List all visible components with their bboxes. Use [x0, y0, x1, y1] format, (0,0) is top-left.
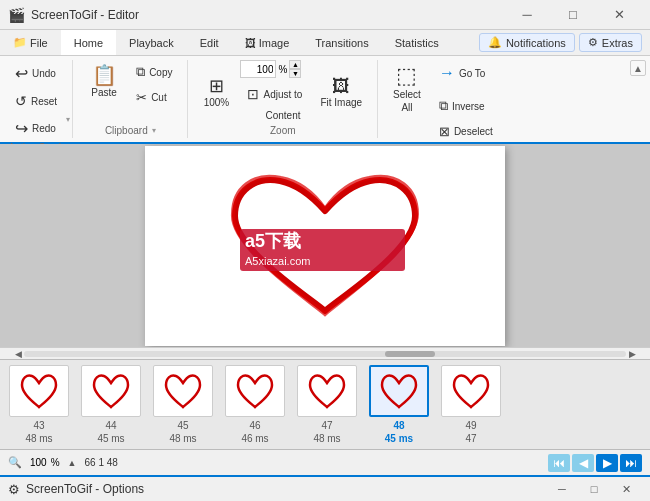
horizontal-scrollbar[interactable]: ◀ ▶: [0, 347, 650, 359]
nav-next-button[interactable]: ▶: [596, 454, 618, 472]
zoom-100-button[interactable]: ⊞ 100%: [196, 72, 236, 113]
frame-46-label: 4646 ms: [241, 419, 268, 445]
adjust-content-button[interactable]: ⊡ Adjust to: [240, 82, 309, 106]
ribbon-group-action-stack: ↩ Undo ↺ Reset ↪ Redo Action Stack ▾: [0, 60, 73, 138]
nav-last-button[interactable]: ⏭: [620, 454, 642, 472]
menu-playback[interactable]: Playback: [116, 30, 187, 55]
options-minimize-button[interactable]: ─: [546, 478, 578, 500]
frame-44[interactable]: 4445 ms: [76, 365, 146, 445]
reset-button[interactable]: ↺ Reset: [8, 89, 64, 113]
filmstrip: 4348 ms 4445 ms 4548 ms 4646 ms: [0, 359, 650, 449]
frame-44-thumb: [81, 365, 141, 417]
search-icon: 🔍: [8, 456, 22, 469]
notifications-icon: 🔔: [488, 36, 502, 49]
ribbon-items-action: ↩ Undo ↺ Reset ↪ Redo: [8, 60, 64, 142]
select-all-button[interactable]: ⬚ Select All: [386, 60, 428, 118]
paste-icon: 📋: [92, 65, 117, 85]
copy-button[interactable]: ⧉ Copy: [129, 60, 179, 84]
paste-button[interactable]: 📋 Paste: [81, 60, 127, 103]
menu-transitions[interactable]: Transitions: [302, 30, 381, 55]
menu-file[interactable]: 📁 File: [0, 30, 61, 55]
zoom-down-btn[interactable]: ▼: [289, 69, 301, 78]
undo-redo-col: ↩ Undo ↺ Reset ↪ Redo: [8, 60, 64, 142]
menu-edit[interactable]: Edit: [187, 30, 232, 55]
scrollbar-thumb[interactable]: [385, 351, 435, 357]
status-bar: 🔍 100 % ▲ 66 1 48 ⏮ ◀ ▶ ⏭: [0, 449, 650, 475]
frame-48-label: 4845 ms: [385, 419, 413, 445]
bottom-title-bar: ⚙ ScreenToGif - Options ─ □ ✕: [0, 475, 650, 501]
frame-43[interactable]: 4348 ms: [4, 365, 74, 445]
options-icon: ⚙: [8, 482, 20, 497]
frame-48[interactable]: 4845 ms: [364, 365, 434, 445]
status-zoom: 100 %: [30, 457, 60, 468]
zoom-100-icon: ⊞: [209, 77, 224, 95]
menu-right: 🔔 Notifications ⚙ Extras: [479, 30, 650, 55]
image-icon: 🖼: [245, 37, 256, 49]
frame-47[interactable]: 4748 ms: [292, 365, 362, 445]
frame-49[interactable]: 4947: [436, 365, 506, 445]
deselect-button[interactable]: ⊠ Deselect: [432, 120, 500, 143]
canvas-area: a5下载 A5xiazai.com: [0, 144, 650, 347]
menu-home[interactable]: Home: [61, 30, 116, 55]
svg-text:A5xiazai.com: A5xiazai.com: [245, 255, 310, 267]
copy-cut-col: ⧉ Copy ✂ Cut: [129, 60, 179, 109]
frame-45-thumb: [153, 365, 213, 417]
frame-44-label: 4445 ms: [97, 419, 124, 445]
menu-statistics[interactable]: Statistics: [382, 30, 452, 55]
main-content: a5下载 A5xiazai.com ◀ ▶ 4348 ms 4445 ms: [0, 144, 650, 475]
minimize-button[interactable]: ─: [504, 0, 550, 30]
title-bar-text: ScreenToGif - Editor: [31, 8, 504, 22]
clipboard-label: Clipboard ▾: [105, 125, 156, 138]
cut-button[interactable]: ✂ Cut: [129, 86, 179, 109]
notifications-button[interactable]: 🔔 Notifications: [479, 33, 575, 52]
zoom-input[interactable]: [240, 60, 276, 78]
frame-46[interactable]: 4646 ms: [220, 365, 290, 445]
frame-46-thumb: [225, 365, 285, 417]
go-to-col: → Go To ⧉ Inverse ⊠ Deselect: [432, 60, 500, 143]
undo-button[interactable]: ↩ Undo: [8, 60, 64, 87]
zoom-spinner[interactable]: ▲ ▼: [289, 60, 301, 78]
nav-prev-button[interactable]: ◀: [572, 454, 594, 472]
menu-bar: 📁 File Home Playback Edit 🖼 Image Transi…: [0, 30, 650, 56]
adjust-content-label[interactable]: Content: [258, 106, 309, 125]
inverse-button[interactable]: ⧉ Inverse: [432, 94, 500, 118]
deselect-icon: ⊠: [439, 124, 450, 139]
reset-icon: ↺: [15, 93, 27, 109]
options-maximize-button[interactable]: □: [578, 478, 610, 500]
frame-47-thumb: [297, 365, 357, 417]
select-all-icon: ⬚: [396, 65, 417, 87]
frame-49-label: 4947: [465, 419, 476, 445]
heart-image: a5下载 A5xiazai.com: [185, 156, 465, 336]
coordinates-label: 66 1 48: [85, 457, 118, 468]
frame-49-thumb: [441, 365, 501, 417]
scroll-left-arrow[interactable]: ◀: [12, 348, 24, 360]
fit-image-button[interactable]: 🖼 Fit Image: [313, 72, 369, 113]
frame-43-thumb: [9, 365, 69, 417]
ribbon-items-select: ⬚ Select All → Go To ⧉ Inverse ⊠ Deselec…: [386, 60, 500, 143]
frame-47-label: 4748 ms: [313, 419, 340, 445]
zoom-percent-label: %: [278, 64, 287, 75]
maximize-button[interactable]: □: [550, 0, 596, 30]
status-nav: ⏮ ◀ ▶ ⏭: [548, 454, 642, 472]
options-close-button[interactable]: ✕: [610, 478, 642, 500]
nav-first-button[interactable]: ⏮: [548, 454, 570, 472]
title-bar: 🎬 ScreenToGif - Editor ─ □ ✕: [0, 0, 650, 30]
redo-button[interactable]: ↪ Redo: [8, 115, 64, 142]
file-icon: 📁: [13, 36, 27, 49]
adjust-icon: ⊡: [247, 86, 259, 102]
ribbon-collapse-button[interactable]: ▲: [630, 60, 646, 76]
extras-button[interactable]: ⚙ Extras: [579, 33, 642, 52]
frame-43-label: 4348 ms: [25, 419, 52, 445]
scrollbar-track[interactable]: [24, 351, 626, 357]
canvas-frame: a5下载 A5xiazai.com: [145, 146, 505, 346]
scroll-right-arrow[interactable]: ▶: [626, 348, 638, 360]
close-button[interactable]: ✕: [596, 0, 642, 30]
go-to-button[interactable]: → Go To: [432, 60, 500, 86]
frame-45-label: 4548 ms: [169, 419, 196, 445]
frame-45[interactable]: 4548 ms: [148, 365, 218, 445]
bottom-title-controls: ─ □ ✕: [546, 478, 642, 500]
cut-icon: ✂: [136, 90, 147, 105]
zoom-up-btn[interactable]: ▲: [289, 60, 301, 69]
ribbon-group-zoom: ⊞ 100% % ▲ ▼ ⊡ Adjust to Content: [188, 60, 378, 138]
menu-image[interactable]: 🖼 Image: [232, 30, 303, 55]
